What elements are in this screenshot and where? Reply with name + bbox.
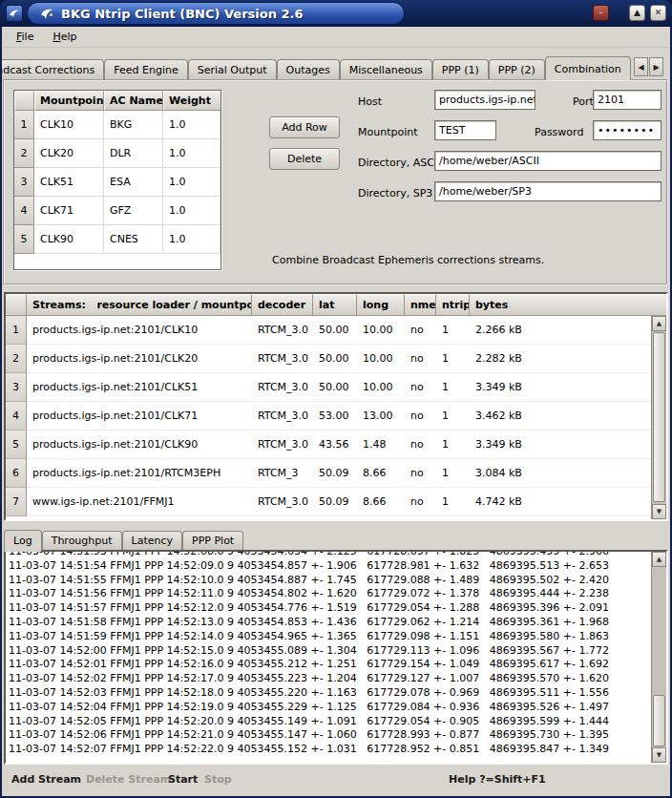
cell-long[interactable]: 8.66 xyxy=(357,459,405,488)
table-row[interactable]: 5 CLK90 CNES 1.0 xyxy=(14,225,220,254)
cell-ac-name[interactable]: CNES xyxy=(104,225,163,254)
cell-ac-name[interactable]: GFZ xyxy=(104,197,163,225)
tab-outages[interactable]: Outages xyxy=(277,59,340,80)
tab-broadcast-corrections[interactable]: Broadcast Corrections xyxy=(2,59,104,80)
tab-ppp-plot[interactable]: PPP Plot xyxy=(182,531,243,550)
tab-ppp-2[interactable]: PPP (2) xyxy=(489,59,545,80)
cell-long[interactable]: 8.66 xyxy=(357,488,405,516)
cell-source[interactable]: products.igs-ip.net:2101/CLK71 xyxy=(27,402,252,430)
cell-lat[interactable]: 50.09 xyxy=(313,488,357,516)
col-bytes[interactable]: bytes xyxy=(470,294,666,316)
mountpoint-input[interactable]: TEST xyxy=(434,120,496,140)
password-input[interactable]: •••••••• xyxy=(593,120,662,140)
cell-weight[interactable]: 1.0 xyxy=(163,197,220,225)
cell-decoder[interactable]: RTCM_3.0 xyxy=(252,345,313,373)
cell-decoder[interactable]: RTCM_3 xyxy=(252,459,313,488)
col-ac-name[interactable]: AC Name xyxy=(104,91,163,111)
stream-row[interactable]: 1 products.igs-ip.net:2101/CLK10 RTCM_3.… xyxy=(6,316,651,345)
scroll-down-icon[interactable]: ▼ xyxy=(652,504,666,519)
cell-bytes[interactable]: 2.282 kB xyxy=(470,345,651,373)
streams-scrollbar[interactable]: ▲ ▼ xyxy=(651,316,666,519)
tab-ppp-1[interactable]: PPP (1) xyxy=(432,59,489,80)
cell-long[interactable]: 10.00 xyxy=(357,373,405,402)
add-stream-button[interactable]: Add Stream xyxy=(11,773,81,786)
dir-ascii-input[interactable]: /home/weber/ASCII xyxy=(434,151,662,171)
port-input[interactable]: 2101 xyxy=(593,90,662,110)
cell-ntrip[interactable]: 1 xyxy=(436,316,470,345)
tab-miscellaneous[interactable]: Miscellaneous xyxy=(340,59,432,80)
col-lat[interactable]: lat xyxy=(313,294,357,316)
table-row[interactable]: 4 CLK71 GFZ 1.0 xyxy=(14,197,220,225)
col-nmea[interactable]: nmea xyxy=(405,294,436,316)
cell-ntrip[interactable]: 1 xyxy=(436,345,470,373)
cell-weight[interactable]: 1.0 xyxy=(163,225,220,254)
cell-bytes[interactable]: 4.742 kB xyxy=(470,488,651,516)
cell-source[interactable]: products.igs-ip.net:2101/RTCM3EPH xyxy=(27,459,252,488)
stream-row[interactable]: 5 products.igs-ip.net:2101/CLK90 RTCM_3.… xyxy=(6,430,651,459)
cell-bytes[interactable]: 3.349 kB xyxy=(470,430,651,459)
cell-decoder[interactable]: RTCM_3.0 xyxy=(252,488,313,516)
cell-source[interactable]: products.igs-ip.net:2101/CLK20 xyxy=(27,345,252,373)
add-row-button[interactable]: Add Row xyxy=(269,116,340,138)
col-ntrip[interactable]: ntrip xyxy=(436,294,470,316)
tab-scroll-left-icon[interactable]: ◀ xyxy=(634,57,648,76)
table-row[interactable]: 1 CLK10 BKG 1.0 xyxy=(14,111,220,139)
stream-row[interactable]: 7 www.igs-ip.net:2101/FFMJ1 RTCM_3.0 50.… xyxy=(6,488,651,516)
cell-mountpoint[interactable]: CLK10 xyxy=(34,111,104,139)
cell-ac-name[interactable]: DLR xyxy=(104,139,163,168)
cell-nmea[interactable]: no xyxy=(405,345,436,373)
cell-ntrip[interactable]: 1 xyxy=(436,402,470,430)
tab-throughput[interactable]: Throughput xyxy=(42,531,122,550)
cell-ntrip[interactable]: 1 xyxy=(436,488,470,516)
menu-file[interactable]: File xyxy=(8,28,42,46)
cell-decoder[interactable]: RTCM_3.0 xyxy=(252,316,313,345)
tab-serial-output[interactable]: Serial Output xyxy=(188,59,277,80)
scroll-down-icon[interactable]: ▼ xyxy=(652,747,666,763)
cell-decoder[interactable]: RTCM_3.0 xyxy=(252,402,313,430)
cell-ac-name[interactable]: ESA xyxy=(104,168,163,197)
col-weight[interactable]: Weight xyxy=(163,91,220,111)
host-input[interactable]: products.igs-ip.net xyxy=(434,90,536,110)
cell-source[interactable]: products.igs-ip.net:2101/CLK90 xyxy=(27,430,252,459)
cell-weight[interactable]: 1.0 xyxy=(163,168,220,197)
window-menu-icon[interactable] xyxy=(6,5,23,22)
cell-ntrip[interactable]: 1 xyxy=(436,459,470,488)
cell-mountpoint[interactable]: CLK90 xyxy=(34,225,104,254)
tab-combination[interactable]: Combination xyxy=(545,56,631,80)
start-button[interactable]: Start xyxy=(168,773,198,786)
col-decoder[interactable]: decoder xyxy=(252,294,313,316)
cell-source[interactable]: products.igs-ip.net:2101/CLK51 xyxy=(27,373,252,402)
cell-lat[interactable]: 50.00 xyxy=(313,345,357,373)
stream-row[interactable]: 2 products.igs-ip.net:2101/CLK20 RTCM_3.… xyxy=(6,345,651,373)
cell-long[interactable]: 10.00 xyxy=(357,345,405,373)
minimize-icon[interactable]: – xyxy=(593,5,609,21)
col-long[interactable]: long xyxy=(357,294,405,316)
tab-log[interactable]: Log xyxy=(4,530,42,552)
tab-latency[interactable]: Latency xyxy=(122,531,182,550)
cell-long[interactable]: 10.00 xyxy=(357,316,405,345)
delete-button[interactable]: Delete xyxy=(269,148,340,170)
cell-long[interactable]: 1.48 xyxy=(357,430,405,459)
close-icon[interactable]: ✕ xyxy=(650,5,666,21)
cell-long[interactable]: 13.00 xyxy=(357,402,405,430)
stream-row[interactable]: 4 products.igs-ip.net:2101/CLK71 RTCM_3.… xyxy=(6,402,651,430)
cell-decoder[interactable]: RTCM_3.0 xyxy=(252,373,313,402)
cell-nmea[interactable]: no xyxy=(405,459,436,488)
col-mountpoint[interactable]: Mountpoint xyxy=(34,91,104,111)
tab-scroll-right-icon[interactable]: ▶ xyxy=(649,57,663,76)
table-row[interactable]: 3 CLK51 ESA 1.0 xyxy=(14,168,220,197)
cell-lat[interactable]: 50.09 xyxy=(313,459,357,488)
stream-row[interactable]: 6 products.igs-ip.net:2101/RTCM3EPH RTCM… xyxy=(6,459,651,488)
maximize-icon[interactable]: ▲ xyxy=(629,5,645,21)
cell-lat[interactable]: 50.00 xyxy=(313,373,357,402)
cell-nmea[interactable]: no xyxy=(405,402,436,430)
cell-source[interactable]: www.igs-ip.net:2101/FFMJ1 xyxy=(27,488,252,516)
scrollbar-thumb[interactable] xyxy=(653,332,665,502)
cell-decoder[interactable]: RTCM_3.0 xyxy=(252,430,313,459)
cell-lat[interactable]: 53.00 xyxy=(313,402,357,430)
cell-ntrip[interactable]: 1 xyxy=(436,430,470,459)
cell-mountpoint[interactable]: CLK20 xyxy=(34,139,104,168)
stream-row[interactable]: 3 products.igs-ip.net:2101/CLK51 RTCM_3.… xyxy=(6,373,651,402)
cell-lat[interactable]: 43.56 xyxy=(313,430,357,459)
table-row[interactable]: 2 CLK20 DLR 1.0 xyxy=(14,139,220,168)
